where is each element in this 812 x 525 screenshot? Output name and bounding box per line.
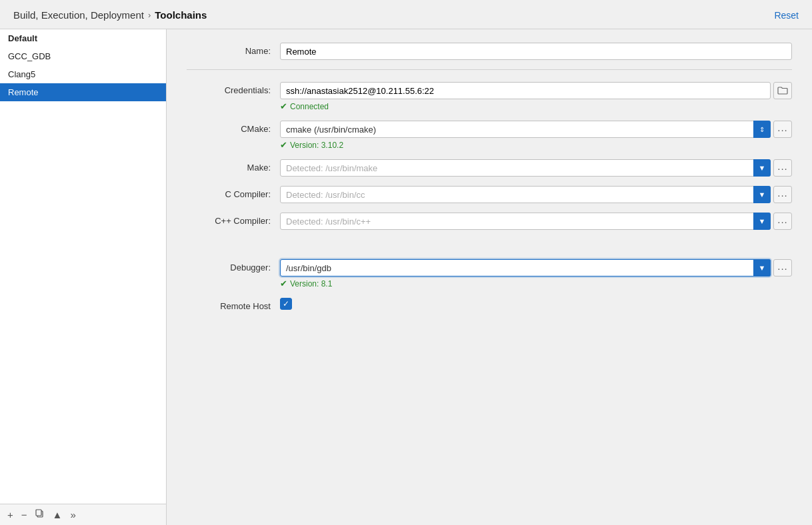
cpp-compiler-select-wrap: Detected: /usr/bin/c++ ▼ bbox=[280, 213, 771, 230]
credentials-label: Credentials: bbox=[187, 82, 280, 95]
debugger-version-status: ✔ Version: 8.1 bbox=[280, 278, 792, 288]
main-content: Default GCC_GDB Clang5 Remote + − ▲ » bbox=[0, 29, 812, 525]
cpp-compiler-select[interactable]: Detected: /usr/bin/c++ bbox=[280, 213, 771, 230]
debugger-row: Debugger: /usr/bin/gdb ▼ ··· ✔ Version: … bbox=[187, 259, 792, 288]
copy-button[interactable] bbox=[32, 507, 48, 522]
sidebar-list: Default GCC_GDB Clang5 Remote bbox=[0, 29, 166, 504]
c-compiler-label: C Compiler: bbox=[187, 186, 280, 199]
sidebar-item-gcc_gdb[interactable]: GCC_GDB bbox=[0, 47, 166, 65]
credentials-check-icon: ✔ bbox=[280, 101, 287, 111]
move-up-button[interactable]: ▲ bbox=[49, 507, 66, 522]
debugger-select-wrap: /usr/bin/gdb ▼ bbox=[280, 259, 771, 276]
cmake-dots-button[interactable]: ··· bbox=[773, 121, 792, 138]
credentials-input[interactable] bbox=[280, 82, 771, 99]
name-input[interactable] bbox=[280, 43, 792, 60]
spacer bbox=[187, 239, 792, 259]
breadcrumb-separator: › bbox=[148, 10, 151, 20]
debugger-dots-button[interactable]: ··· bbox=[773, 259, 792, 276]
c-compiler-dots-button[interactable]: ··· bbox=[773, 186, 792, 203]
cmake-control: cmake (/usr/bin/cmake) ⇕ ··· ✔ Version: … bbox=[280, 121, 792, 150]
make-label: Make: bbox=[187, 159, 280, 173]
cpp-compiler-control: Detected: /usr/bin/c++ ▼ ··· bbox=[280, 213, 792, 230]
breadcrumb: Build, Execution, Deployment › Toolchain… bbox=[13, 9, 207, 21]
sidebar-toolbar: + − ▲ » bbox=[0, 504, 166, 525]
cmake-check-icon: ✔ bbox=[280, 140, 287, 150]
credentials-control: ✔ Connected bbox=[280, 82, 792, 111]
make-control: Detected: /usr/bin/make ▼ ··· bbox=[280, 159, 792, 177]
cmake-updown-button[interactable]: ⇕ bbox=[753, 121, 771, 138]
remote-host-checkbox-wrap[interactable]: ✓ bbox=[280, 298, 292, 310]
c-compiler-select[interactable]: Detected: /usr/bin/cc bbox=[280, 186, 771, 203]
more-button[interactable]: » bbox=[67, 507, 79, 522]
detail-panel: Name: Credentials: bbox=[167, 29, 812, 525]
c-compiler-dropdown-button[interactable]: ▼ bbox=[753, 186, 771, 203]
make-dots-button[interactable]: ··· bbox=[773, 159, 792, 177]
cmake-select[interactable]: cmake (/usr/bin/cmake) bbox=[280, 121, 771, 138]
breadcrumb-section: Build, Execution, Deployment bbox=[13, 9, 144, 21]
sidebar-item-remote[interactable]: Remote bbox=[0, 83, 166, 101]
debugger-select[interactable]: /usr/bin/gdb bbox=[280, 259, 771, 276]
remote-host-row: Remote Host ✓ bbox=[187, 298, 792, 311]
remote-host-checkbox[interactable]: ✓ bbox=[280, 298, 292, 310]
cmake-select-wrap: cmake (/usr/bin/cmake) ⇕ bbox=[280, 121, 771, 138]
header: Build, Execution, Deployment › Toolchain… bbox=[0, 0, 812, 29]
sidebar-item-clang5[interactable]: Clang5 bbox=[0, 65, 166, 83]
credentials-folder-button[interactable] bbox=[773, 82, 792, 99]
svg-rect-1 bbox=[36, 510, 41, 516]
debugger-control: /usr/bin/gdb ▼ ··· ✔ Version: 8.1 bbox=[280, 259, 792, 288]
remove-button[interactable]: − bbox=[18, 507, 31, 522]
sidebar: Default GCC_GDB Clang5 Remote + − ▲ » bbox=[0, 29, 167, 525]
name-control bbox=[280, 43, 792, 60]
cpp-compiler-dots-button[interactable]: ··· bbox=[773, 213, 792, 230]
cpp-compiler-dropdown-button[interactable]: ▼ bbox=[753, 213, 771, 230]
debugger-check-icon: ✔ bbox=[280, 278, 287, 288]
add-button[interactable]: + bbox=[4, 507, 17, 522]
name-row: Name: bbox=[187, 43, 792, 60]
cmake-label: CMake: bbox=[187, 121, 280, 134]
remote-host-control: ✓ bbox=[280, 298, 792, 310]
credentials-row: Credentials: ✔ Connected bbox=[187, 82, 792, 111]
c-compiler-select-wrap: Detected: /usr/bin/cc ▼ bbox=[280, 186, 771, 203]
make-select-wrap: Detected: /usr/bin/make ▼ bbox=[280, 159, 771, 177]
breadcrumb-current: Toolchains bbox=[155, 9, 207, 21]
cpp-compiler-label: C++ Compiler: bbox=[187, 213, 280, 226]
make-dropdown-button[interactable]: ▼ bbox=[753, 159, 771, 177]
reset-button[interactable]: Reset bbox=[774, 10, 799, 21]
divider-1 bbox=[187, 69, 792, 70]
cmake-row: CMake: cmake (/usr/bin/cmake) ⇕ ··· ✔ Ve… bbox=[187, 121, 792, 150]
sidebar-item-default[interactable]: Default bbox=[0, 29, 166, 47]
cmake-version-status: ✔ Version: 3.10.2 bbox=[280, 140, 792, 150]
debugger-label: Debugger: bbox=[187, 259, 280, 272]
c-compiler-control: Detected: /usr/bin/cc ▼ ··· bbox=[280, 186, 792, 203]
make-select[interactable]: Detected: /usr/bin/make bbox=[280, 159, 771, 177]
remote-host-label: Remote Host bbox=[187, 298, 280, 311]
c-compiler-row: C Compiler: Detected: /usr/bin/cc ▼ ··· bbox=[187, 186, 792, 203]
debugger-dropdown-button[interactable]: ▼ bbox=[753, 259, 771, 276]
make-row: Make: Detected: /usr/bin/make ▼ ··· bbox=[187, 159, 792, 177]
cpp-compiler-row: C++ Compiler: Detected: /usr/bin/c++ ▼ ·… bbox=[187, 213, 792, 230]
name-label: Name: bbox=[187, 43, 280, 56]
credentials-status: ✔ Connected bbox=[280, 101, 792, 111]
